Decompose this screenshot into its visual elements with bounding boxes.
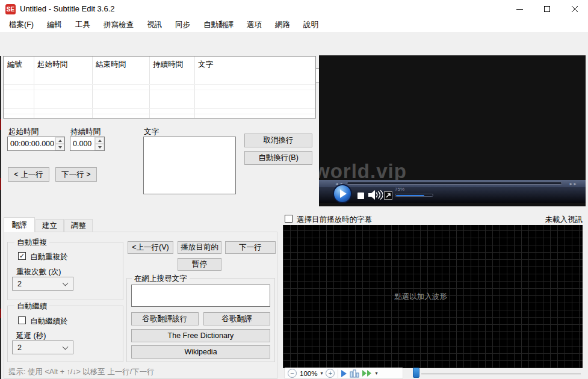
- screen-edge-red: [0, 119, 1, 130]
- spin-down-icon[interactable]: [95, 144, 104, 150]
- spin-up-icon[interactable]: [55, 137, 64, 144]
- fullscreen-button[interactable]: [384, 191, 392, 200]
- close-icon: [571, 5, 578, 13]
- minimize-button[interactable]: [506, 0, 533, 18]
- tab-create[interactable]: 建立: [36, 219, 64, 232]
- screen-edge-strip: [0, 5, 1, 379]
- maximize-icon: [544, 6, 550, 12]
- menu-options[interactable]: 選項: [240, 18, 268, 32]
- next-line-button[interactable]: 下一行 >: [55, 167, 97, 182]
- chevron-down-icon: [63, 280, 69, 286]
- select-current-subtitle-checkbox[interactable]: [285, 215, 292, 223]
- spin-up-icon[interactable]: [95, 137, 104, 144]
- play-current-button[interactable]: 播放目前的: [178, 241, 221, 254]
- prev-line-button[interactable]: < 上一行: [8, 167, 49, 182]
- select-current-subtitle-label[interactable]: 選擇目前播放時的字幕: [297, 215, 372, 225]
- zoom-in-icon[interactable]: +: [326, 369, 335, 378]
- title-bar: SE Untitled - Subtitle Edit 3.6.2: [0, 0, 588, 18]
- toolbar: +: [0, 32, 588, 56]
- repeat-count-label: 重複次數 (次): [16, 267, 61, 277]
- forward-icon[interactable]: ►►: [569, 182, 577, 186]
- waveform-zoom-value: 100%: [300, 370, 317, 377]
- menu-edit[interactable]: 編輯: [40, 18, 69, 32]
- waveform-toolbar: − 100% ▾ + ▾: [284, 368, 403, 379]
- subtitle-text-area[interactable]: [143, 137, 236, 194]
- screen-edge-red: [0, 178, 1, 190]
- toolbar-separator: [338, 369, 338, 378]
- web-search-input[interactable]: [131, 285, 270, 307]
- repeat-count-select[interactable]: 2: [12, 277, 73, 291]
- volume-icon[interactable]: [368, 190, 383, 200]
- menu-network[interactable]: 網路: [268, 18, 297, 32]
- prev-line-v-button[interactable]: <上一行(V): [128, 241, 173, 254]
- playback-speed-icon[interactable]: [362, 370, 372, 377]
- subtitle-list[interactable]: 編號 起始時間 結束時間 持續時間 文字: [3, 56, 316, 119]
- auto-continue-checkbox-label[interactable]: 自動繼續於: [30, 316, 68, 327]
- play-icon: [340, 190, 347, 198]
- close-button[interactable]: [561, 0, 588, 18]
- text-label: 文字: [144, 127, 159, 137]
- maximize-button[interactable]: [533, 0, 561, 18]
- zoom-caret-icon[interactable]: ▾: [320, 371, 323, 376]
- tab-adjust[interactable]: 調整: [64, 219, 93, 232]
- seek-bar-row: ◄◄ ►►: [319, 180, 586, 187]
- menu-file[interactable]: 檔案(F): [2, 18, 40, 32]
- chevron-down-icon: [63, 344, 69, 350]
- volume-slider[interactable]: [395, 194, 433, 197]
- menu-spellcheck[interactable]: 拼寫檢查: [97, 18, 140, 32]
- start-time-spinner[interactable]: 00:00:00.000: [7, 137, 65, 151]
- google-translate-button[interactable]: 谷歌翻譯: [203, 312, 270, 325]
- spinner-buttons: [94, 137, 104, 150]
- repeat-count-value: 2: [17, 280, 22, 288]
- unbreak-button[interactable]: 取消換行: [244, 134, 312, 147]
- spin-down-icon[interactable]: [55, 144, 64, 150]
- column-header-duration[interactable]: 持續時間: [149, 57, 194, 73]
- volume-percent: 75%: [395, 186, 404, 192]
- vertical-zoom-icon[interactable]: [350, 369, 359, 378]
- auto-repeat-checkbox-label[interactable]: 自動重複於: [30, 252, 68, 262]
- row-divider: [4, 114, 315, 114]
- app-icon: SE: [5, 4, 16, 14]
- waveform-play-icon[interactable]: [341, 370, 347, 377]
- column-header-start[interactable]: 起始時間: [34, 57, 92, 73]
- column-header-end[interactable]: 結束時間: [92, 57, 149, 73]
- hint-text: 提示: 使用 <Alt + ↑/↓> 以移至 上一行/下一行: [8, 367, 155, 377]
- delay-select[interactable]: 2: [12, 340, 73, 354]
- seek-track[interactable]: [347, 182, 562, 185]
- menu-tools[interactable]: 工具: [69, 18, 97, 32]
- delay-label: 延遲 (秒): [16, 331, 46, 341]
- duration-label: 持續時間: [70, 127, 101, 137]
- auto-continue-checkbox[interactable]: [18, 316, 26, 324]
- menu-help[interactable]: 說明: [297, 18, 325, 32]
- auto-break-button[interactable]: 自動換行(B): [244, 151, 312, 165]
- column-header-number[interactable]: 編號: [4, 57, 34, 73]
- menu-auto-translate[interactable]: 自動翻譯: [197, 18, 240, 32]
- speed-caret-icon[interactable]: ▾: [375, 371, 377, 376]
- click-to-add-waveform-label: 點選以加入波形: [394, 292, 447, 302]
- screen-edge-red: [0, 309, 1, 318]
- web-search-title: 在網上搜尋文字: [132, 274, 190, 284]
- start-time-label: 起始時間: [8, 127, 39, 137]
- menu-sync[interactable]: 同步: [169, 18, 197, 32]
- wikipedia-button[interactable]: Wikipedia: [131, 345, 270, 359]
- column-header-text[interactable]: 文字: [194, 57, 315, 73]
- start-time-value: 00:00:00.000: [8, 137, 55, 150]
- tab-translate[interactable]: 翻譯: [4, 217, 35, 232]
- pause-button[interactable]: 暫停: [178, 258, 221, 271]
- zoom-out-icon[interactable]: −: [288, 369, 297, 378]
- duration-value: 0.000: [70, 137, 94, 150]
- google-translate-line-button[interactable]: 谷歌翻譯該行: [131, 312, 199, 325]
- stop-button[interactable]: [357, 193, 364, 199]
- waveform-position-track[interactable]: [421, 373, 581, 375]
- waveform-position-thumb[interactable]: [413, 368, 419, 378]
- row-divider: [4, 90, 315, 90]
- waveform-canvas[interactable]: 點選以加入波形: [283, 225, 583, 368]
- video-player[interactable]: world.vip ◄◄ ►► 75%: [319, 55, 586, 206]
- volume-fill: [396, 195, 424, 196]
- auto-repeat-checkbox[interactable]: ✓: [18, 252, 26, 260]
- next-line-button-2[interactable]: 下一行: [225, 241, 276, 254]
- duration-spinner[interactable]: 0.000: [70, 137, 105, 151]
- menu-video[interactable]: 視訊: [140, 18, 169, 32]
- free-dictionary-button[interactable]: The Free Dictionary: [131, 329, 270, 342]
- play-button[interactable]: [333, 184, 352, 203]
